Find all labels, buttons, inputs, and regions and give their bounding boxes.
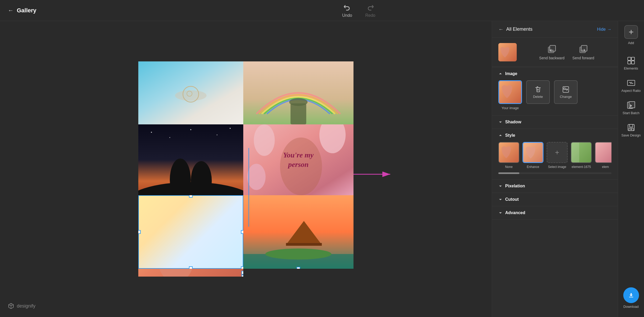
start-batch-icon	[627, 101, 635, 109]
svg-rect-59	[629, 102, 635, 108]
svg-point-6	[289, 98, 308, 106]
cutout-section-header[interactable]: Cutout	[492, 193, 618, 206]
chevron-down-cutout-icon	[498, 197, 503, 202]
handle-cell7-bottom-right[interactable]	[241, 275, 243, 277]
svg-rect-61	[630, 124, 633, 127]
change-icon	[562, 86, 569, 93]
download-label: Download	[624, 305, 639, 309]
style-enhance-image	[523, 143, 543, 163]
right-icons-panel: Add Elements Aspect Ratio	[618, 21, 644, 317]
undo-button[interactable]: Undo	[342, 3, 352, 18]
shadow-section: Shadow	[492, 115, 618, 129]
cell-6[interactable]	[243, 195, 353, 269]
style-scrollbar[interactable]	[498, 172, 611, 174]
cell-5[interactable]	[138, 195, 243, 269]
svg-point-23	[210, 208, 213, 212]
elements-icon	[627, 56, 635, 65]
style-scrollbar-thumb	[498, 172, 519, 174]
your-image-preview	[499, 81, 521, 103]
start-batch-button[interactable]: Start Batch	[618, 98, 644, 118]
svg-point-22	[199, 215, 203, 219]
top-bar-left: ← Gallery	[8, 7, 81, 14]
style-section-header[interactable]: Style	[492, 129, 618, 142]
image-section-content: Your image Delete	[492, 80, 618, 115]
cell-1[interactable]	[138, 61, 243, 124]
style-option-enhance[interactable]: Enhance	[522, 142, 543, 169]
your-image-label: Your image	[502, 106, 519, 110]
save-design-button[interactable]: Save Design	[618, 120, 644, 140]
style-thumb-enhance	[522, 142, 543, 163]
cell-3[interactable]	[138, 124, 243, 195]
add-button[interactable]	[624, 25, 638, 39]
download-container: Download	[623, 287, 639, 313]
cell-3-image	[138, 124, 243, 195]
top-bar: ← Gallery Undo Redo	[0, 0, 644, 21]
handle-cell7-right[interactable]	[241, 271, 243, 274]
style-elem-label: elem	[602, 165, 609, 169]
style-option-none[interactable]: None	[498, 142, 519, 169]
style-section-title: Style	[505, 133, 515, 138]
svg-rect-53	[628, 57, 631, 60]
svg-point-31	[265, 249, 331, 260]
right-panel: ← All Elements Hide →	[492, 21, 618, 317]
download-icon	[627, 292, 635, 299]
svg-rect-57	[627, 80, 635, 86]
back-button[interactable]: ←	[8, 7, 14, 14]
canvas-area: You're myperson	[0, 21, 492, 317]
delete-icon	[534, 86, 542, 93]
send-backward-button[interactable]: Send backward	[539, 44, 565, 60]
style-none-label: None	[505, 165, 513, 169]
thumb-image	[498, 43, 517, 61]
svg-rect-46	[564, 88, 565, 89]
shadow-section-header[interactable]: Shadow	[492, 115, 618, 129]
chevron-down-shadow-icon	[498, 120, 503, 124]
cell-7-image	[138, 269, 243, 277]
hide-button[interactable]: Hide →	[597, 27, 611, 32]
gallery-title: Gallery	[17, 7, 36, 14]
svg-point-8	[151, 132, 152, 133]
advanced-section-title: Advanced	[505, 210, 525, 215]
svg-rect-55	[628, 61, 631, 64]
handle-cell6-bottom[interactable]	[297, 267, 300, 269]
redo-button[interactable]: Redo	[365, 3, 375, 18]
cell-7[interactable]	[138, 269, 243, 277]
svg-rect-51	[571, 142, 579, 163]
style-section: Style None	[492, 129, 618, 179]
style-element1675-label: element-1675	[572, 165, 591, 169]
svg-point-19	[247, 164, 266, 190]
style-option-element1675[interactable]: element-1675	[571, 142, 592, 169]
delete-button[interactable]: Delete	[526, 80, 550, 104]
svg-rect-5	[291, 103, 306, 124]
style-none-image	[499, 142, 519, 163]
svg-point-63	[631, 129, 632, 130]
send-forward-button[interactable]: Send forward	[572, 44, 594, 60]
your-image-option[interactable]: Your image	[498, 80, 522, 110]
main-content: You're myperson	[0, 21, 644, 317]
chevron-up-image-icon	[498, 72, 503, 76]
svg-rect-64	[629, 297, 633, 297]
style-element1675-image	[571, 142, 592, 163]
style-option-elem[interactable]: elem	[595, 142, 611, 169]
aspect-ratio-button[interactable]: Aspect Ratio	[618, 76, 644, 96]
style-option-select[interactable]: + Select image	[547, 142, 568, 169]
style-thumb-element1675	[571, 142, 592, 163]
svg-point-10	[190, 129, 191, 130]
change-button[interactable]: Change	[554, 80, 578, 104]
cell-4-text: You're myperson	[283, 150, 314, 170]
image-section-header[interactable]: Image	[492, 67, 618, 80]
image-section: Image	[492, 67, 618, 115]
pixelation-section-header[interactable]: Pixelation	[492, 179, 618, 193]
svg-rect-52	[595, 142, 611, 163]
cell-2[interactable]	[243, 61, 353, 124]
advanced-section-header[interactable]: Advanced	[492, 206, 618, 219]
panel-back-button[interactable]: ←	[498, 26, 504, 32]
style-thumb-none	[498, 142, 519, 163]
download-button[interactable]	[623, 287, 639, 303]
plus-icon	[628, 29, 634, 35]
cell-4[interactable]: You're myperson	[243, 124, 353, 195]
style-thumb-elem	[595, 142, 611, 163]
toolbar: Undo Redo	[81, 3, 636, 18]
designify-icon	[8, 303, 14, 309]
chevron-down-pixelation-icon	[498, 184, 503, 188]
elements-button[interactable]: Elements	[618, 53, 644, 73]
